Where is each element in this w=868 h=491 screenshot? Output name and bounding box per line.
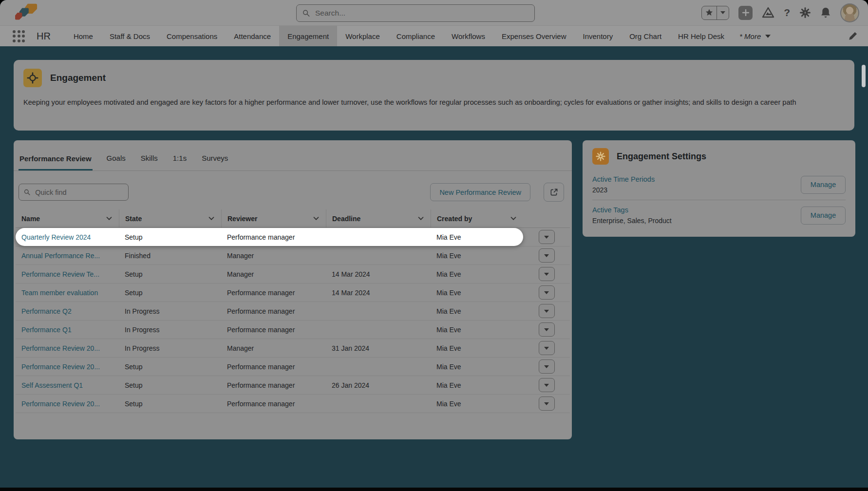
tab-surveys[interactable]: Surveys xyxy=(201,154,229,170)
nav-items: HomeStaff & DocsCompensationsAttendanceE… xyxy=(65,26,733,46)
search-input[interactable] xyxy=(314,8,528,18)
row-actions-dropdown-button[interactable] xyxy=(539,397,555,411)
row-actions-dropdown-button[interactable] xyxy=(539,230,555,244)
nav-item-compensations[interactable]: Compensations xyxy=(158,26,226,46)
table-row: Performance Review 20...SetupPerformance… xyxy=(16,395,570,413)
nav-item-hr-help-desk[interactable]: HR Help Desk xyxy=(670,26,733,46)
nav-item-workplace[interactable]: Workplace xyxy=(337,26,388,46)
row-reviewer: Performance manager xyxy=(221,307,326,315)
settings-section-link[interactable]: Active Tags xyxy=(592,206,672,214)
triangle-down-icon xyxy=(544,310,549,313)
row-name-link[interactable]: Performance Review 20... xyxy=(16,344,119,352)
quick-find-input[interactable] xyxy=(34,188,123,197)
row-name-link[interactable]: Performance Q2 xyxy=(16,307,119,315)
nav-item-engagement[interactable]: Engagement xyxy=(279,26,337,46)
triangle-down-icon xyxy=(544,402,549,405)
column-header-name[interactable]: Name xyxy=(16,209,119,227)
row-name-link[interactable]: Quarterly Review 2024 xyxy=(16,233,119,241)
notifications-button[interactable] xyxy=(820,7,831,19)
table-row: Self Assessment Q1SetupPerformance manag… xyxy=(16,376,570,395)
favorites-star-button[interactable] xyxy=(702,6,717,19)
user-avatar[interactable] xyxy=(840,3,859,22)
row-state: Finished xyxy=(119,252,221,260)
column-header-reviewer[interactable]: Reviewer xyxy=(221,209,326,227)
row-state: In Progress xyxy=(119,307,221,315)
new-performance-review-button[interactable]: New Performance Review xyxy=(430,183,530,201)
row-actions-dropdown-button[interactable] xyxy=(539,322,555,337)
search-icon xyxy=(302,9,310,17)
settings-section-value: Enterprise, Sales, Product xyxy=(592,217,672,225)
tab-1-1s[interactable]: 1:1s xyxy=(172,154,188,170)
row-state: Setup xyxy=(119,289,221,297)
row-state: Setup xyxy=(119,363,221,371)
tab-goals[interactable]: Goals xyxy=(106,154,127,170)
favorites-dropdown-button[interactable] xyxy=(717,6,729,19)
help-button[interactable]: ? xyxy=(784,7,790,19)
nav-item-attendance[interactable]: Attendance xyxy=(226,26,279,46)
row-actions-dropdown-button[interactable] xyxy=(539,267,555,281)
nav-item-compliance[interactable]: Compliance xyxy=(388,26,443,46)
quick-create-button[interactable] xyxy=(738,6,753,20)
app-launcher-icon[interactable] xyxy=(13,30,25,42)
chevron-down-icon xyxy=(510,217,516,221)
row-deadline: 14 Mar 2024 xyxy=(326,289,431,297)
tab-performance-review[interactable]: Performance Review xyxy=(19,154,93,171)
scrollbar-thumb[interactable] xyxy=(862,65,866,87)
nav-item-staff-docs[interactable]: Staff & Docs xyxy=(101,26,158,46)
tab-skills[interactable]: Skills xyxy=(140,154,159,170)
settings-section-text: Active TagsEnterprise, Sales, Product xyxy=(592,206,672,225)
table-row-main: Team member evaluationSetupPerformance m… xyxy=(16,283,523,302)
table-row: Performance Review 20...In ProgressManag… xyxy=(16,339,570,358)
nav-item-workflows[interactable]: Workflows xyxy=(443,26,493,46)
column-header-deadline[interactable]: Deadline xyxy=(326,209,431,227)
row-name-link[interactable]: Self Assessment Q1 xyxy=(16,381,119,389)
column-header-state[interactable]: State xyxy=(119,209,221,227)
manage-button[interactable]: Manage xyxy=(801,176,846,194)
setup-button[interactable] xyxy=(799,7,811,19)
chevron-down-icon xyxy=(208,217,214,221)
settings-section-link[interactable]: Active Time Periods xyxy=(592,175,655,183)
settings-card-title: Engagement Settings xyxy=(617,151,706,162)
row-actions-dropdown-button[interactable] xyxy=(539,285,555,300)
performance-review-table: NameStateReviewerDeadlineCreated by Quar… xyxy=(16,209,570,413)
row-action-cell xyxy=(523,341,570,355)
page-header-top: Engagement xyxy=(23,69,845,87)
nav-item-home[interactable]: Home xyxy=(65,26,101,46)
global-actions: ? xyxy=(701,3,859,22)
manage-button[interactable]: Manage xyxy=(801,207,846,225)
nav-item-more[interactable]: * More xyxy=(733,26,777,46)
performance-review-card: Performance ReviewGoalsSkills1:1sSurveys… xyxy=(14,140,572,439)
nav-item-inventory[interactable]: Inventory xyxy=(575,26,622,46)
row-name-link[interactable]: Performance Q1 xyxy=(16,326,119,334)
row-created-by: Mia Eve xyxy=(431,289,523,297)
table-header-row: NameStateReviewerDeadlineCreated by xyxy=(16,209,570,228)
bell-icon xyxy=(820,7,831,19)
row-actions-dropdown-button[interactable] xyxy=(539,304,555,318)
row-action-cell xyxy=(523,359,570,374)
row-created-by: Mia Eve xyxy=(431,381,523,389)
trailhead-button[interactable] xyxy=(762,7,774,19)
global-header: ? xyxy=(0,0,868,26)
gear-icon xyxy=(799,7,811,19)
row-actions-dropdown-button[interactable] xyxy=(539,248,555,263)
column-label: Reviewer xyxy=(227,215,257,223)
row-actions-dropdown-button[interactable] xyxy=(539,359,555,374)
plus-icon xyxy=(742,9,749,16)
column-header-created-by[interactable]: Created by xyxy=(431,209,523,227)
row-name-link[interactable]: Performance Review Te... xyxy=(16,270,119,278)
row-name-link[interactable]: Performance Review 20... xyxy=(16,363,119,371)
nav-item-expenses-overview[interactable]: Expenses Overview xyxy=(493,26,575,46)
table-row: Quarterly Review 2024SetupPerformance ma… xyxy=(16,228,570,246)
edit-navbar-button[interactable] xyxy=(849,32,857,40)
open-in-new-button[interactable] xyxy=(544,183,564,202)
row-actions-dropdown-button[interactable] xyxy=(539,341,555,355)
row-reviewer: Performance manager xyxy=(221,363,326,371)
row-name-link[interactable]: Performance Review 20... xyxy=(16,400,119,408)
table-row-main: Annual Performance Re...FinishedManagerM… xyxy=(16,246,523,264)
row-name-link[interactable]: Annual Performance Re... xyxy=(16,252,119,260)
table-row-spotlight: Quarterly Review 2024SetupPerformance ma… xyxy=(16,228,523,246)
row-reviewer: Manager xyxy=(221,270,326,278)
row-name-link[interactable]: Team member evaluation xyxy=(16,289,119,297)
nav-item-org-chart[interactable]: Org Chart xyxy=(621,26,670,46)
row-actions-dropdown-button[interactable] xyxy=(539,378,555,392)
